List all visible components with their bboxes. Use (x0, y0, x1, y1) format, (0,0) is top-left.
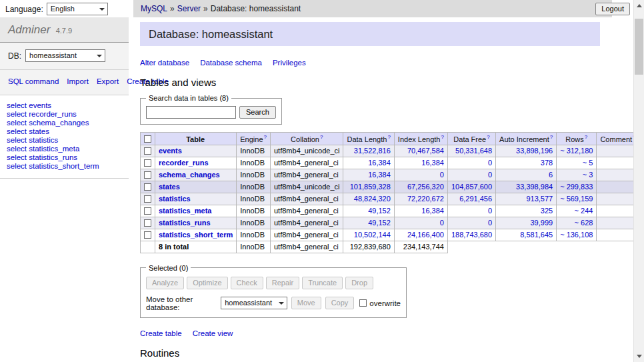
move-row: Move to other database: homeassistant Mo… (146, 295, 401, 311)
auto-increment-cell: 33,898,196 (496, 145, 557, 157)
move-label: Move to other database: (146, 295, 217, 311)
sidebar-action-link[interactable]: SQL command (8, 77, 59, 85)
sidebar-table-link[interactable]: select states (7, 127, 122, 136)
table-row: states InnoDB utf8mb4_unicode_ci 101,859… (141, 181, 640, 193)
row-checkbox[interactable] (144, 147, 151, 155)
table-name-link[interactable]: recorder_runs (159, 159, 209, 167)
row-checkbox[interactable] (144, 171, 151, 179)
collation-cell: utf8mb4_unicode_ci (271, 181, 343, 193)
scroll-down-button[interactable] (634, 351, 644, 362)
column-header: Rows? (557, 133, 597, 145)
selected-action-button[interactable]: Check (231, 277, 263, 289)
data-free-cell: 0 (447, 169, 495, 181)
sidebar-action-link[interactable]: Import (67, 77, 89, 85)
table-name-link[interactable]: statistics_short_term (159, 231, 233, 239)
db-select[interactable]: homeassistant (25, 49, 105, 62)
column-help-link[interactable]: ? (487, 134, 489, 140)
rows-count-cell: ~ 3 (557, 169, 597, 181)
rows-count-cell: ~ 136,108 (557, 229, 597, 241)
data-free-cell: 0 (447, 205, 495, 217)
select-all-checkbox[interactable] (144, 135, 151, 143)
table-name-link[interactable]: events (159, 147, 182, 155)
table-name-link[interactable]: statistics (159, 195, 191, 203)
vertical-scrollbar[interactable] (633, 0, 644, 362)
table-name-link[interactable]: statistics_runs (159, 219, 211, 227)
selected-action-button[interactable]: Truncate (302, 277, 343, 289)
main-content: Database: homeassistant Alter databaseDa… (140, 17, 611, 362)
sidebar-table-link[interactable]: select statistics_short_term (7, 162, 122, 171)
index-length-cell: 70,467,584 (394, 145, 447, 157)
table-name-link[interactable]: statistics_meta (159, 207, 212, 215)
selected-action-button[interactable]: Drop (345, 277, 373, 289)
sidebar-table-link[interactable]: select recorder_runs (7, 110, 122, 119)
selected-action-button[interactable]: Optimize (187, 277, 227, 289)
row-checkbox[interactable] (144, 195, 151, 203)
sidebar-table-link[interactable]: select events (7, 101, 122, 110)
column-header-label: Data Free (453, 135, 486, 143)
language-label: Language: (5, 5, 43, 14)
language-select[interactable]: English (47, 3, 108, 15)
table-name-link[interactable]: states (159, 183, 180, 191)
logout-button[interactable]: Logout (595, 3, 630, 15)
row-checkbox[interactable] (144, 207, 151, 215)
table-row: statistics_short_term InnoDB utf8mb4_gen… (141, 229, 640, 241)
dropdown-caret-icon (99, 8, 105, 13)
totals-empty-cell (141, 241, 155, 253)
rows-count-cell: ~ 5 (557, 157, 597, 169)
move-db-select-value: homeassistant (225, 299, 272, 307)
search-button[interactable]: Search (239, 106, 276, 119)
overwrite-label: overwrite (369, 299, 401, 307)
create-link[interactable]: Create view (193, 329, 233, 337)
rows-count-cell: ~ 628 (557, 217, 597, 229)
index-length-cell: 24,166,400 (394, 229, 447, 241)
column-help-link[interactable]: ? (387, 134, 390, 140)
tables-list: events InnoDB utf8mb4_unicode_ci 31,522,… (141, 145, 640, 241)
copy-button[interactable]: Copy (325, 297, 355, 309)
column-header-label: Auto Increment (499, 135, 549, 143)
sidebar-actions: SQL commandImportExportCreate table (0, 70, 129, 95)
search-input[interactable] (146, 106, 236, 119)
column-help-link[interactable]: ? (441, 134, 443, 140)
sidebar: Adminer 4.7.9 DB: homeassistant SQL comm… (0, 17, 129, 362)
data-free-cell: 188,743,680 (447, 229, 495, 241)
routines-heading: Routines (140, 347, 611, 359)
data-free-cell: 0 (447, 157, 495, 169)
column-header: Table (155, 133, 237, 145)
column-help-link[interactable]: ? (585, 134, 587, 140)
selected-action-button[interactable]: Repair (266, 277, 299, 289)
db-select-value: homeassistant (29, 51, 77, 59)
overwrite-checkbox[interactable] (359, 299, 367, 307)
sidebar-table-link[interactable]: select statistics_runs (7, 153, 122, 162)
db-nav-link[interactable]: Database schema (200, 59, 262, 67)
page-title: Database: homeassistant (140, 22, 600, 46)
row-select-cell (141, 157, 155, 169)
column-help-link[interactable]: ? (264, 134, 267, 140)
move-button[interactable]: Move (291, 297, 321, 309)
sidebar-table-link[interactable]: select statistics (7, 136, 122, 145)
scrollbar-thumb[interactable] (635, 19, 643, 75)
scroll-up-button[interactable] (634, 0, 644, 11)
db-nav-link[interactable]: Alter database (140, 59, 189, 67)
row-checkbox[interactable] (144, 219, 151, 227)
column-help-link[interactable]: ? (320, 134, 323, 140)
row-checkbox[interactable] (144, 159, 151, 167)
table-name-link[interactable]: schema_changes (159, 171, 220, 179)
breadcrumb-link-server[interactable]: Server (177, 4, 201, 13)
rows-count-cell: ~ 299,833 (557, 181, 597, 193)
row-checkbox[interactable] (144, 231, 151, 239)
breadcrumb-separator: » (170, 4, 175, 13)
sidebar-action-link[interactable]: Export (97, 77, 119, 85)
column-help-link[interactable]: ? (550, 134, 553, 140)
sidebar-table-link[interactable]: select schema_changes (7, 119, 122, 127)
db-nav-link[interactable]: Privileges (273, 59, 306, 67)
breadcrumb-link-mysql[interactable]: MySQL (141, 4, 167, 13)
data-free-cell: 0 (447, 217, 495, 229)
row-checkbox[interactable] (144, 183, 151, 191)
move-db-select[interactable]: homeassistant (221, 297, 287, 309)
column-header-label: Engine (240, 135, 263, 143)
selected-action-button[interactable]: Analyze (146, 277, 184, 289)
auto-increment-cell: 378 (496, 157, 557, 169)
breadcrumb: MySQL»Server»Database: homeassistant (133, 0, 612, 17)
sidebar-table-link[interactable]: select statistics_meta (7, 145, 122, 153)
create-link[interactable]: Create table (140, 329, 182, 337)
